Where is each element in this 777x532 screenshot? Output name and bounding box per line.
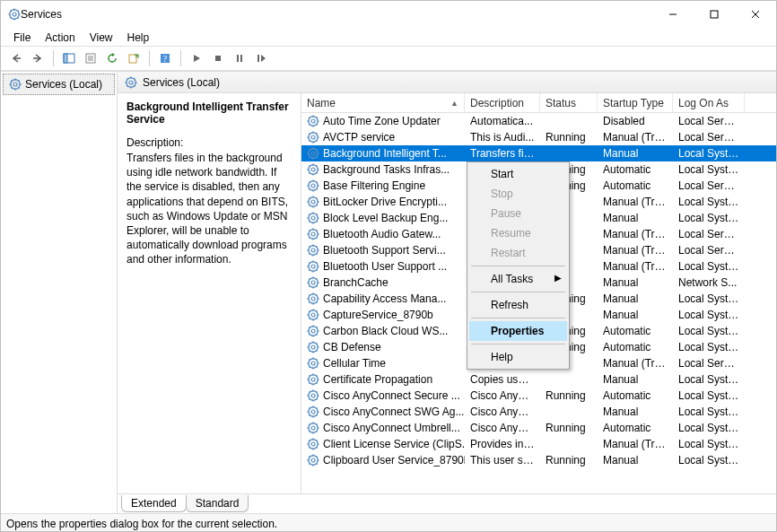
- gear-icon: [307, 389, 319, 402]
- gear-icon: [9, 78, 22, 91]
- cell-startup: Automatic: [598, 422, 673, 434]
- ctx-properties[interactable]: Properties: [469, 321, 567, 341]
- cell-name: Cisco AnyConnect Umbrell...: [323, 422, 460, 434]
- service-row[interactable]: Clipboard User Service_8790bThis user se…: [301, 452, 776, 468]
- selected-service-name: Background Intelligent Transfer Service: [127, 100, 292, 126]
- cell-logon: Local Syste...: [673, 373, 745, 386]
- tree-pane: Services (Local): [1, 72, 118, 513]
- cell-name: CB Defense: [323, 341, 381, 353]
- stop-service-button[interactable]: [208, 48, 228, 68]
- menu-view[interactable]: View: [83, 30, 120, 46]
- service-row[interactable]: Cisco AnyConnect Umbrell...Cisco AnyC...…: [301, 420, 776, 436]
- cell-logon: Local Syste...: [673, 389, 745, 402]
- menu-help[interactable]: Help: [120, 30, 157, 46]
- maximize-button[interactable]: [694, 1, 735, 28]
- gear-icon: [307, 228, 319, 240]
- menu-file[interactable]: File: [6, 30, 38, 46]
- cell-desc: Transfers fil...: [465, 147, 540, 160]
- show-hide-tree-button[interactable]: [59, 48, 79, 68]
- cell-desc: This user ser...: [465, 454, 540, 467]
- back-button[interactable]: [6, 48, 26, 68]
- cell-name: Capability Access Mana...: [323, 292, 446, 305]
- gear-icon: [307, 179, 319, 192]
- tree-root-node[interactable]: Services (Local): [3, 74, 115, 95]
- gear-icon: [307, 357, 319, 370]
- service-row[interactable]: Client License Service (ClipS...Provides…: [301, 436, 776, 452]
- refresh-button[interactable]: [102, 48, 122, 68]
- cell-logon: Local Service: [673, 179, 745, 192]
- ctx-stop[interactable]: Stop: [469, 184, 567, 204]
- chevron-right-icon: ▶: [554, 273, 562, 283]
- cell-startup: Disabled: [598, 115, 673, 127]
- context-menu: Start Stop Pause Resume Restart All Task…: [467, 161, 570, 370]
- cell-logon: Local Syste...: [673, 422, 745, 434]
- ctx-all-tasks[interactable]: All Tasks▶: [469, 269, 567, 289]
- col-name[interactable]: Name▲: [301, 93, 465, 112]
- cell-startup: Manual: [598, 292, 673, 305]
- service-row[interactable]: Certificate PropagationCopies user ...Ma…: [301, 371, 776, 388]
- cell-name: Cellular Time: [323, 357, 386, 370]
- service-row[interactable]: Cisco AnyConnect Secure ...Cisco AnyC...…: [301, 388, 776, 404]
- cell-status: Running: [540, 389, 598, 402]
- sort-asc-icon: ▲: [450, 99, 458, 108]
- service-row[interactable]: Background Intelligent T...Transfers fil…: [301, 145, 776, 161]
- col-status[interactable]: Status: [540, 93, 598, 112]
- cell-logon: Local Service: [673, 115, 745, 127]
- ctx-start[interactable]: Start: [469, 164, 567, 184]
- col-logon[interactable]: Log On As: [673, 93, 745, 112]
- svg-rect-28: [258, 55, 259, 62]
- cell-startup: Automatic: [598, 179, 673, 192]
- cell-desc: Provides inf...: [465, 438, 540, 450]
- minimize-button[interactable]: [652, 1, 694, 28]
- gear-icon: [307, 163, 319, 176]
- window-title: Services: [21, 8, 652, 21]
- gear-icon: [307, 147, 319, 160]
- properties-button[interactable]: [81, 48, 100, 68]
- menu-action[interactable]: Action: [38, 30, 82, 46]
- close-button[interactable]: [735, 1, 776, 28]
- ctx-pause[interactable]: Pause: [469, 204, 567, 223]
- gear-icon: [307, 406, 319, 418]
- description-text: Transfers files in the background using …: [127, 151, 292, 267]
- cell-startup: Manual: [598, 309, 673, 321]
- ctx-refresh[interactable]: Refresh: [469, 295, 567, 315]
- cell-name: AVCTP service: [323, 131, 395, 144]
- statusbar: Opens the properties dialog box for the …: [1, 513, 776, 532]
- pane-header: Services (Local): [118, 72, 776, 93]
- start-service-button[interactable]: [187, 48, 206, 68]
- cell-startup: Manual: [598, 276, 673, 289]
- view-tabs: Extended Standard: [118, 493, 776, 513]
- service-row[interactable]: AVCTP serviceThis is Audi...RunningManua…: [301, 129, 776, 145]
- cell-logon: Local Syste...: [673, 147, 745, 160]
- col-description[interactable]: Description: [465, 93, 540, 112]
- gear-icon: [307, 373, 319, 386]
- statusbar-text: Opens the properties dialog box for the …: [6, 518, 277, 530]
- service-row[interactable]: Cisco AnyConnect SWG Ag...Cisco AnyC...M…: [301, 404, 776, 420]
- forward-button[interactable]: [28, 48, 48, 68]
- ctx-restart[interactable]: Restart: [469, 243, 567, 263]
- gear-icon: [307, 131, 319, 144]
- cell-name: Client License Service (ClipS...: [323, 438, 465, 450]
- cell-startup: Automatic: [598, 389, 673, 402]
- pause-service-button[interactable]: [230, 48, 249, 68]
- cell-startup: Manual (Trig...: [598, 244, 673, 257]
- cell-logon: Local Service: [673, 357, 745, 370]
- toolbar: ?: [1, 46, 776, 71]
- help-button[interactable]: ?: [155, 48, 175, 68]
- cell-startup: Manual: [598, 454, 673, 467]
- export-button[interactable]: [124, 48, 144, 68]
- restart-service-button[interactable]: [251, 48, 271, 68]
- tab-standard[interactable]: Standard: [186, 495, 249, 512]
- ctx-help[interactable]: Help: [469, 347, 567, 367]
- ctx-resume[interactable]: Resume: [469, 223, 567, 243]
- cell-logon: Local Syste...: [673, 309, 745, 321]
- svg-rect-11: [711, 11, 718, 18]
- cell-status: Running: [540, 131, 598, 144]
- gear-icon: [307, 422, 319, 434]
- tab-extended[interactable]: Extended: [121, 495, 187, 512]
- menubar: File Action View Help: [1, 28, 776, 46]
- cell-startup: Automatic: [598, 341, 673, 353]
- cell-desc: Cisco AnyC...: [465, 406, 540, 418]
- col-startup[interactable]: Startup Type: [598, 93, 673, 112]
- service-row[interactable]: Auto Time Zone UpdaterAutomatica...Disab…: [301, 113, 776, 129]
